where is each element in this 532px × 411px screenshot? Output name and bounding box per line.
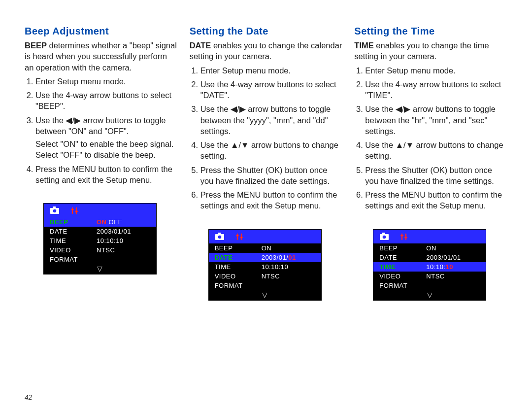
step: Press the MENU button to confirm the set… bbox=[200, 189, 343, 211]
lcd-label: VIDEO bbox=[50, 246, 97, 254]
manual-page: Beep AdjustmentBEEP determines whether a… bbox=[0, 0, 532, 411]
step: Press the Shutter (OK) button once you h… bbox=[200, 165, 343, 187]
lcd-value: ON bbox=[426, 244, 436, 252]
svg-point-2 bbox=[53, 209, 57, 213]
lcd-row: FORMAT bbox=[373, 281, 486, 290]
settings-icon bbox=[70, 206, 79, 214]
camera-lcd-screenshot: BEEPON OFFDATE2003/01/01TIME10:10:10VIDE… bbox=[43, 203, 157, 274]
lcd-row: TIME10:10:10 bbox=[373, 262, 486, 272]
camera-icon bbox=[379, 233, 389, 240]
lcd-label: FORMAT bbox=[379, 282, 426, 289]
camera-icon bbox=[215, 233, 225, 240]
lcd-row: FORMAT bbox=[209, 281, 321, 290]
lcd-label: DATE bbox=[215, 254, 262, 261]
svg-rect-1 bbox=[53, 206, 56, 208]
lcd-value: NTSC bbox=[426, 273, 444, 280]
lcd-value: NTSC bbox=[262, 273, 280, 280]
steps-list: Enter Setup menu mode.Use the 4-way arro… bbox=[190, 65, 343, 214]
lcd-value: ON OFF bbox=[97, 218, 122, 226]
lcd-label: BEEP bbox=[215, 244, 262, 252]
camera-icon bbox=[50, 206, 60, 214]
lcd-value: 10:10:10 bbox=[97, 237, 124, 244]
lcd-label: VIDEO bbox=[215, 273, 262, 280]
column: Setting the DateDATE enables you to chan… bbox=[190, 26, 343, 411]
lcd-row: BEEPON OFF bbox=[44, 217, 156, 227]
camera-lcd-screenshot: BEEPONDATE2003/01/01TIME10:10:10VIDEONTS… bbox=[373, 229, 486, 301]
down-triangle-icon: ▽ bbox=[44, 264, 156, 274]
lcd-row: FORMAT bbox=[44, 255, 156, 264]
lcd-row: VIDEONTSC bbox=[373, 272, 486, 281]
lcd-label: FORMAT bbox=[215, 282, 262, 289]
section-heading: Beep Adjustment bbox=[25, 26, 178, 37]
step-note: Select "ON" to enable the beep signal. S… bbox=[35, 138, 178, 161]
lcd-label: TIME bbox=[215, 263, 262, 271]
lcd-row: BEEPON bbox=[373, 243, 486, 253]
lcd-label: FORMAT bbox=[50, 256, 97, 263]
step: Use the ▲/▼ arrow buttons to change sett… bbox=[365, 139, 507, 162]
lcd-label: BEEP bbox=[379, 244, 426, 252]
section-heading: Setting the Time bbox=[354, 26, 507, 37]
step: Enter Setup menu mode. bbox=[200, 65, 343, 76]
step: Press the MENU button to confirm the set… bbox=[35, 164, 178, 186]
step: Press the MENU button to confirm the set… bbox=[365, 189, 507, 211]
lcd-row: TIME10:10:10 bbox=[209, 262, 321, 272]
svg-point-8 bbox=[383, 235, 386, 239]
down-triangle-icon: ▽ bbox=[209, 290, 321, 300]
step: Use the 4-way arrow buttons to select "B… bbox=[35, 90, 178, 112]
steps-list: Enter Setup menu mode.Use the 4-way arro… bbox=[25, 76, 178, 188]
page-number: 42 bbox=[25, 393, 33, 401]
step: Use the ◀/▶ arrow buttons to toggle betw… bbox=[200, 103, 343, 137]
lcd-value: NTSC bbox=[97, 246, 115, 254]
lcd-row: TIME10:10:10 bbox=[44, 236, 156, 245]
lcd-value: 2003/01/01 bbox=[97, 228, 131, 235]
step: Use the ◀/▶ arrow buttons to toggle betw… bbox=[35, 115, 178, 161]
svg-rect-4 bbox=[218, 233, 221, 235]
lcd-label: TIME bbox=[50, 237, 97, 244]
column: Setting the TimeTIME enables you to chan… bbox=[354, 26, 507, 411]
column: Beep AdjustmentBEEP determines whether a… bbox=[25, 26, 178, 411]
settings-icon bbox=[400, 233, 409, 240]
lcd-row: DATE2003/01/01 bbox=[209, 253, 321, 262]
lcd-label: TIME bbox=[379, 263, 426, 271]
lcd-row: DATE2003/01/01 bbox=[373, 253, 486, 262]
lcd-row: VIDEONTSC bbox=[44, 245, 156, 255]
lcd-header bbox=[373, 230, 486, 243]
section-intro: TIME enables you to change the time sett… bbox=[354, 40, 507, 62]
lcd-value: 2003/01/01 bbox=[426, 254, 461, 261]
down-triangle-icon: ▽ bbox=[373, 290, 486, 300]
step: Use the 4-way arrow buttons to select "D… bbox=[200, 79, 343, 101]
svg-point-5 bbox=[218, 235, 221, 239]
steps-list: Enter Setup menu mode.Use the 4-way arro… bbox=[354, 65, 507, 214]
step: Use the 4-way arrow buttons to select "T… bbox=[365, 79, 507, 101]
lcd-value: 10:10:10 bbox=[262, 263, 289, 271]
step: Enter Setup menu mode. bbox=[35, 76, 178, 87]
step: Use the ▲/▼ arrow buttons to change sett… bbox=[200, 139, 343, 162]
lcd-label: DATE bbox=[50, 228, 97, 235]
camera-lcd-screenshot: BEEPONDATE2003/01/01TIME10:10:10VIDEONTS… bbox=[208, 229, 322, 301]
step: Press the Shutter (OK) button once you h… bbox=[365, 165, 507, 187]
lcd-label: DATE bbox=[379, 254, 426, 261]
lcd-value: 10:10:10 bbox=[426, 263, 453, 271]
settings-icon bbox=[235, 233, 244, 240]
lcd-label: BEEP bbox=[50, 218, 97, 226]
lcd-row: DATE2003/01/01 bbox=[44, 227, 156, 236]
lcd-row: BEEPON bbox=[209, 243, 321, 253]
lcd-value: 2003/01/01 bbox=[262, 254, 296, 261]
lcd-value: ON bbox=[262, 244, 272, 252]
step: Use the ◀/▶ arrow buttons to toggle betw… bbox=[365, 103, 507, 137]
step: Enter Setup menu mode. bbox=[365, 65, 507, 76]
lcd-header bbox=[209, 230, 321, 243]
section-heading: Setting the Date bbox=[190, 26, 343, 37]
svg-rect-7 bbox=[382, 233, 385, 235]
lcd-header bbox=[44, 204, 156, 217]
lcd-row: VIDEONTSC bbox=[209, 272, 321, 281]
section-intro: DATE enables you to change the calendar … bbox=[190, 40, 343, 62]
lcd-label: VIDEO bbox=[379, 273, 426, 280]
section-intro: BEEP determines whether a "beep" signal … bbox=[25, 40, 178, 73]
